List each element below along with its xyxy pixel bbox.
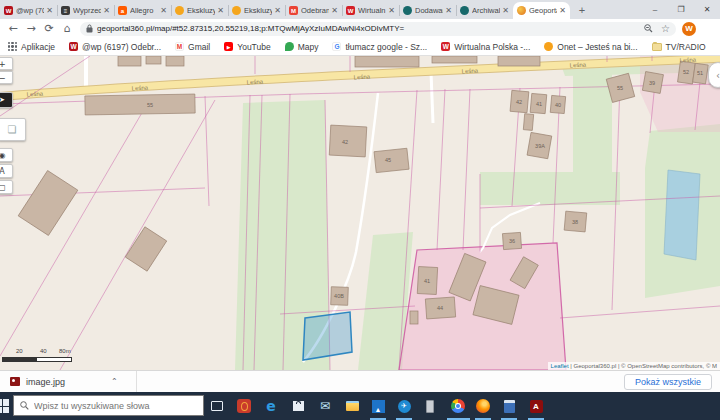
file-explorer-icon[interactable] bbox=[343, 397, 361, 415]
tab-allegro[interactable]: a Allegro ✕ bbox=[114, 2, 171, 19]
start-button-icon[interactable] bbox=[0, 399, 9, 413]
desktop: W @wp (70 ✕ ≡ Wyprzed ✕ a Allegro ✕ Eksk… bbox=[0, 0, 720, 420]
bookmark-star-icon[interactable]: ☆ bbox=[661, 23, 670, 34]
tab-wirtualna-polska[interactable]: W Wirtualn ✕ bbox=[342, 2, 399, 19]
acrobat-icon[interactable]: A bbox=[527, 397, 545, 415]
bookmarks-bar: Aplikacje W @wp (6197) Odebr... M Gmail … bbox=[0, 38, 720, 56]
search-input[interactable] bbox=[34, 401, 184, 411]
blue-circle-app-icon[interactable]: ✈ bbox=[395, 397, 413, 415]
bookmark-wirtualna-polska[interactable]: W Wirtualna Polska -... bbox=[441, 42, 530, 52]
bookmark-youtube[interactable]: ▶ YouTube bbox=[224, 42, 270, 52]
forward-icon[interactable]: → bbox=[22, 21, 40, 37]
tab-label: Odebran bbox=[301, 6, 329, 15]
allegro-favicon-icon: a bbox=[118, 6, 127, 15]
task-view-icon[interactable] bbox=[208, 397, 226, 415]
windows-taskbar: e ✉ ▲ ✈ A bbox=[0, 392, 720, 420]
tab-wyprzedaze[interactable]: ≡ Wyprzed ✕ bbox=[57, 2, 114, 19]
youtube-icon: ▶ bbox=[224, 42, 233, 51]
running-indicator bbox=[447, 418, 470, 420]
close-tab-icon[interactable]: ✕ bbox=[502, 6, 509, 15]
tab-archiwalne[interactable]: Archiwal ✕ bbox=[456, 2, 513, 19]
building bbox=[523, 114, 533, 131]
road-label: Leśna bbox=[27, 91, 44, 98]
close-tab-icon[interactable]: ✕ bbox=[331, 6, 338, 15]
opera-icon[interactable] bbox=[235, 397, 253, 415]
download-menu-caret-icon[interactable]: ⌃ bbox=[111, 377, 118, 386]
marker-tool-button[interactable]: ◉ bbox=[0, 148, 13, 162]
bookmark-onet[interactable]: Onet – Jesteś na bi... bbox=[544, 42, 637, 52]
photos-icon[interactable]: ▲ bbox=[369, 397, 387, 415]
map-canvas[interactable]: 55 42 45 42 41 40 39A 55 39 52 51 38 36 … bbox=[0, 56, 720, 370]
tab-ekskluzywne-1[interactable]: Ekskluzy ✕ bbox=[171, 2, 228, 19]
maximize-button[interactable]: ❐ bbox=[668, 0, 694, 19]
wp-icon: W bbox=[69, 42, 78, 51]
taskbar-search[interactable] bbox=[13, 395, 204, 416]
phone-device-icon[interactable] bbox=[421, 397, 439, 415]
close-tab-icon[interactable]: ✕ bbox=[160, 6, 167, 15]
tab-geoportal-active[interactable]: Geoporta ✕ bbox=[513, 2, 570, 19]
extent-tool-button[interactable]: ▢ bbox=[0, 180, 13, 194]
new-tab-button[interactable]: + bbox=[574, 2, 590, 18]
tab-label: Dodawan bbox=[415, 6, 443, 15]
tab-dodawanie[interactable]: Dodawan ✕ bbox=[399, 2, 456, 19]
close-tab-icon[interactable]: ✕ bbox=[445, 6, 452, 15]
calculator-icon[interactable] bbox=[500, 397, 518, 415]
tab-gmail[interactable]: M Odebran ✕ bbox=[285, 2, 342, 19]
pond bbox=[664, 170, 700, 260]
zoom-indicator-icon[interactable] bbox=[644, 24, 653, 33]
building bbox=[410, 311, 418, 324]
bookmark-gmail[interactable]: M Gmail bbox=[175, 42, 210, 52]
building-label: 39 bbox=[649, 80, 655, 86]
url-bar[interactable]: geoportal360.pl/map/#t52.87315,20.55219,… bbox=[80, 22, 676, 36]
close-tab-icon[interactable]: ✕ bbox=[46, 6, 53, 15]
locate-button[interactable]: ➤ bbox=[0, 92, 13, 108]
close-tab-icon[interactable]: ✕ bbox=[274, 6, 281, 15]
chrome-icon[interactable] bbox=[449, 397, 467, 415]
onet-icon bbox=[544, 42, 553, 51]
tab-wp[interactable]: W @wp (70 ✕ bbox=[0, 2, 57, 19]
download-shelf: image.jpg ⌃ Pokaż wszystkie bbox=[0, 370, 720, 392]
close-tab-icon[interactable]: ✕ bbox=[388, 6, 395, 15]
close-window-button[interactable]: ✕ bbox=[694, 0, 720, 19]
show-all-downloads-button[interactable]: Pokaż wszystkie bbox=[624, 374, 712, 390]
profile-avatar[interactable]: W bbox=[682, 22, 696, 36]
bookmark-maps[interactable]: Mapy bbox=[285, 42, 319, 52]
search-icon bbox=[20, 401, 29, 410]
building-label: 42 bbox=[516, 99, 522, 105]
tab-label: Wirtualn bbox=[358, 6, 386, 15]
bookmark-folder-tv-radio[interactable]: TV/RADIO bbox=[652, 42, 706, 52]
firefox-icon[interactable] bbox=[474, 397, 492, 415]
building-label: 38 bbox=[572, 219, 578, 225]
tab-label: @wp (70 bbox=[16, 6, 44, 15]
edge-icon[interactable]: e bbox=[262, 397, 280, 415]
bookmark-apps[interactable]: Aplikacje bbox=[8, 42, 55, 52]
wp-icon: W bbox=[441, 42, 450, 51]
zoom-out-button[interactable]: − bbox=[0, 71, 13, 84]
layers-button[interactable]: ❏ bbox=[0, 118, 26, 141]
mail-icon[interactable]: ✉ bbox=[316, 397, 334, 415]
panel-collapse-button[interactable]: ‹ bbox=[708, 62, 720, 88]
home-icon[interactable]: ⌂ bbox=[58, 21, 76, 37]
minimize-button[interactable]: – bbox=[642, 0, 668, 19]
selected-parcel[interactable] bbox=[303, 312, 352, 360]
building-label: 52 bbox=[683, 69, 689, 75]
close-tab-icon[interactable]: ✕ bbox=[559, 6, 566, 15]
download-item[interactable]: image.jpg ⌃ bbox=[0, 371, 128, 392]
window-controls: – ❐ ✕ bbox=[642, 0, 720, 19]
building-label: 45 bbox=[385, 157, 391, 163]
zoom-in-button[interactable]: + bbox=[0, 57, 13, 70]
leaflet-link[interactable]: Leaflet bbox=[551, 363, 569, 369]
running-indicator bbox=[396, 418, 412, 420]
tab-ekskluzywne-2[interactable]: Ekskluzy ✕ bbox=[228, 2, 285, 19]
apps-grid-icon bbox=[8, 42, 17, 51]
building-label: 40B bbox=[334, 293, 344, 299]
road-label: Leśna bbox=[570, 62, 587, 69]
bookmark-wp-mail[interactable]: W @wp (6197) Odebr... bbox=[69, 42, 161, 52]
bookmark-translate[interactable]: G tłumacz google - Sz... bbox=[332, 42, 427, 52]
reload-icon[interactable]: ⟳ bbox=[40, 21, 58, 37]
store-icon[interactable] bbox=[289, 397, 307, 415]
measure-tool-button[interactable]: A bbox=[0, 164, 13, 178]
back-icon[interactable]: ← bbox=[4, 21, 22, 37]
close-tab-icon[interactable]: ✕ bbox=[217, 6, 224, 15]
close-tab-icon[interactable]: ✕ bbox=[103, 6, 110, 15]
